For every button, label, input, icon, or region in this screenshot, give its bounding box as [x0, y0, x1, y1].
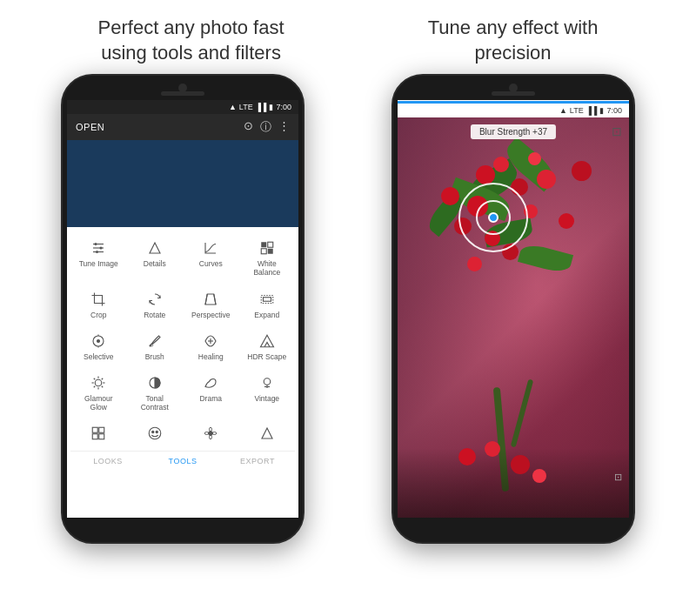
tool-looks[interactable] [70, 418, 127, 451]
svg-rect-39 [93, 434, 98, 439]
tool-grid: Tune Image Details Curves [70, 232, 295, 451]
more-icon[interactable]: ⋮ [278, 119, 290, 135]
hdr-scape-label: HDR Scape [247, 352, 286, 361]
battery-icon-2: ▮ [599, 106, 604, 115]
tonal-contrast-label: TonalContrast [141, 394, 169, 412]
tool-tune-image[interactable]: Tune Image [70, 232, 127, 283]
svg-point-48 [213, 432, 218, 435]
selection-center-dot[interactable] [488, 212, 499, 223]
svg-point-44 [209, 432, 213, 436]
nav-export[interactable]: EXPORT [220, 457, 295, 465]
hdr-scape-icon [259, 331, 275, 351]
glamour-glow-label: GlamourGlow [84, 394, 113, 412]
tune-icon[interactable]: ⊙ [244, 119, 253, 135]
curves-label: Curves [199, 259, 223, 268]
svg-point-45 [210, 428, 212, 432]
svg-line-29 [94, 378, 96, 380]
drama-icon [203, 373, 218, 392]
selective-label: Selective [84, 352, 114, 361]
vintage-label: Vintage [254, 394, 279, 403]
tool-glamour-glow[interactable]: GlamourGlow [70, 367, 127, 418]
healing-label: Healing [198, 352, 224, 361]
mountain-icon [259, 424, 275, 443]
svg-rect-8 [268, 242, 273, 247]
tool-curves[interactable]: Curves [183, 232, 239, 283]
brush-icon [147, 331, 163, 351]
app-bar-1: OPEN ⊙ ⓘ ⋮ [67, 114, 298, 140]
tool-hdr-scape[interactable]: HDR Scape [239, 325, 296, 367]
tonal-contrast-icon [147, 373, 163, 392]
nav-tools[interactable]: TOOLS [145, 457, 220, 465]
svg-rect-10 [268, 249, 273, 254]
tool-healing[interactable]: Healing [183, 325, 239, 367]
signal-icon: ▲ [229, 103, 237, 111]
tool-selective[interactable]: Selective [70, 325, 127, 367]
tool-tonal-contrast[interactable]: TonalContrast [127, 367, 184, 418]
svg-line-32 [94, 386, 96, 388]
tool-face[interactable] [127, 418, 184, 451]
details-label: Details [144, 259, 166, 268]
status-bar-1: ▲ LTE ▐▐ ▮ 7:00 [67, 100, 298, 114]
battery-icon: ▮ [269, 103, 273, 111]
svg-line-12 [205, 294, 207, 305]
blur-label: Blur Strength +37 [471, 124, 556, 139]
expand-icon [259, 290, 275, 309]
info-icon[interactable]: ⓘ [260, 119, 271, 135]
tool-brush[interactable]: Brush [127, 325, 184, 367]
face-icon [147, 424, 163, 443]
tune-image-icon [90, 238, 106, 258]
white-balance-icon [259, 238, 275, 258]
tool-flower[interactable] [183, 418, 239, 451]
svg-point-17 [97, 339, 100, 342]
svg-rect-38 [99, 428, 104, 433]
tool-rotate[interactable]: Rotate [127, 284, 184, 325]
svg-point-4 [100, 247, 103, 250]
svg-line-30 [102, 386, 104, 388]
fullscreen-icon[interactable]: ⊡ [612, 124, 622, 138]
phone-1-bottom [63, 518, 303, 542]
time-display-2: 7:00 [606, 106, 622, 115]
phone-2-bottom [393, 518, 633, 542]
left-headline: Perfect any photo fast using tools and f… [98, 16, 284, 65]
curves-icon [203, 238, 218, 258]
glamour-glow-icon [90, 373, 106, 392]
vintage-icon [259, 373, 275, 392]
tool-expand[interactable]: Expand [239, 284, 296, 325]
resize-handle-icon: ⊡ [614, 472, 622, 483]
drama-label: Drama [199, 394, 222, 403]
brush-label: Brush [145, 352, 164, 361]
svg-rect-9 [261, 249, 266, 254]
crop-label: Crop [90, 311, 106, 319]
perspective-icon [203, 290, 218, 309]
tool-vintage[interactable]: Vintage [239, 367, 296, 418]
tool-drama[interactable]: Drama [183, 367, 239, 418]
open-button[interactable]: OPEN [76, 122, 104, 132]
wifi-icon-2: ▐▐ [586, 106, 598, 115]
svg-rect-15 [263, 297, 271, 301]
svg-point-3 [95, 243, 97, 245]
svg-point-46 [210, 436, 212, 440]
expand-label: Expand [254, 311, 279, 319]
svg-point-47 [205, 432, 210, 435]
bottom-nav: LOOKS TOOLS EXPORT [70, 451, 295, 469]
tool-white-balance[interactable]: WhiteBalance [239, 232, 296, 283]
tool-perspective[interactable]: Perspective [183, 284, 239, 325]
svg-rect-37 [93, 428, 98, 433]
nav-looks[interactable]: LOOKS [70, 457, 145, 465]
tool-mountain[interactable] [239, 418, 296, 451]
tool-crop[interactable]: Crop [70, 284, 127, 325]
svg-line-13 [214, 294, 216, 305]
svg-point-34 [264, 378, 271, 385]
image-preview [67, 140, 298, 227]
tool-details[interactable]: Details [127, 232, 184, 283]
svg-point-5 [96, 251, 98, 253]
lte-icon: LTE [239, 103, 253, 111]
phone-2-screen: ▲ LTE ▐▐ ▮ 7:00 Blur Strength +37 ⊡ [398, 100, 629, 518]
wifi-icon: ▐▐ [256, 103, 267, 111]
right-headline: Tune any effect with precision [428, 16, 599, 65]
looks-icon [90, 424, 106, 443]
perspective-label: Perspective [191, 311, 230, 319]
tools-panel: Tune Image Details Curves [67, 227, 298, 469]
flower-photo [398, 117, 629, 518]
tune-image-label: Tune Image [79, 259, 118, 268]
